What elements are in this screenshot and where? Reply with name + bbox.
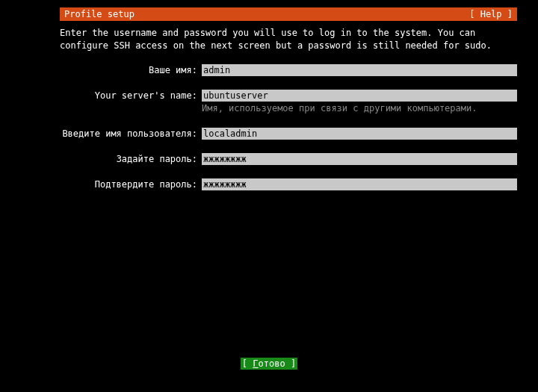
input-server[interactable]: ubuntuserver — [202, 90, 517, 102]
input-name[interactable]: admin — [202, 64, 517, 76]
row-confirm: Подтвердите пароль: жжжжжжжж — [60, 178, 517, 190]
label-password: Задайте пароль: — [60, 153, 202, 165]
label-confirm: Подтвердите пароль: — [60, 178, 202, 190]
label-name: Ваше имя: — [60, 64, 202, 76]
form-body: Enter the username and password you will… — [60, 27, 517, 190]
row-password: Задайте пароль: жжжжжжжж — [60, 153, 517, 165]
page-title: Profile setup — [60, 9, 134, 19]
done-hotkey: Г — [253, 358, 258, 369]
input-password[interactable]: жжжжжжжж — [202, 153, 517, 165]
input-confirm[interactable]: жжжжжжжж — [202, 178, 517, 190]
row-username: Введите имя пользователя: localadmin — [60, 128, 517, 140]
row-name: Ваше имя: admin — [60, 64, 517, 76]
input-username[interactable]: localadmin — [202, 128, 517, 140]
installer-header: Profile setup [ Help ] — [60, 7, 517, 21]
done-prefix: [ — [242, 358, 253, 369]
footer: [ Готово ] — [0, 358, 538, 370]
row-server: Your server's name: ubuntuserver Имя, ис… — [60, 90, 517, 114]
help-button[interactable]: [ Help ] — [469, 9, 517, 19]
done-button[interactable]: [ Готово ] — [241, 358, 297, 370]
hint-server: Имя, используемое при связи с другими ко… — [202, 102, 517, 114]
done-rest: отово ] — [259, 358, 297, 369]
label-server: Your server's name: — [60, 90, 202, 102]
label-username: Введите имя пользователя: — [60, 128, 202, 140]
description-text: Enter the username and password you will… — [60, 27, 517, 52]
